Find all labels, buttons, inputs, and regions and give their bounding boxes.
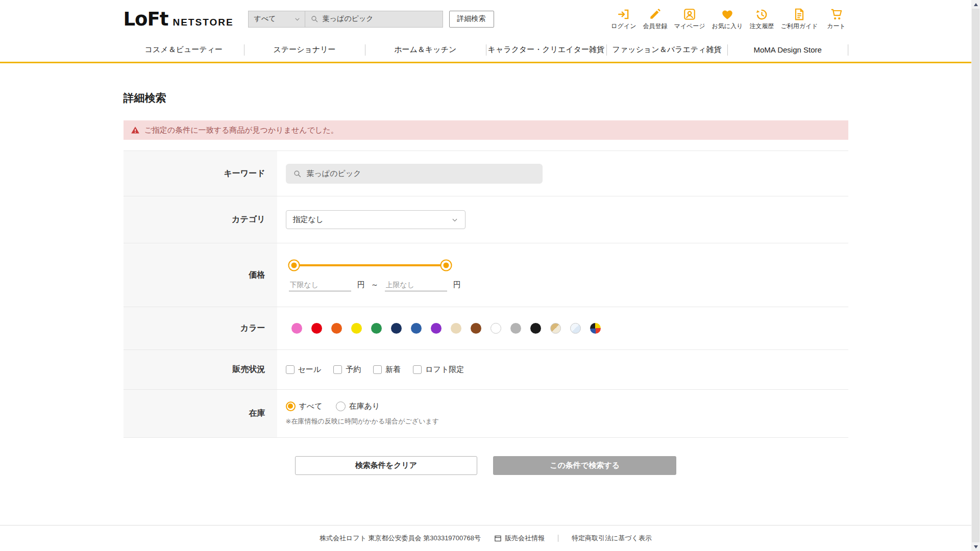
logo-loft-text: LoFt — [124, 8, 168, 30]
blue-color-swatch[interactable] — [411, 323, 422, 334]
guide-label: ご利用ガイド — [780, 22, 818, 31]
legal-notice-link[interactable]: 特定商取引法に基づく表示 — [572, 534, 652, 543]
chevron-down-icon — [451, 216, 458, 223]
stock-in-stock-radio[interactable]: 在庫あり — [336, 402, 380, 411]
company-info-link[interactable]: 販売会社情報 — [494, 534, 545, 543]
nav-item-home-kitchen[interactable]: ホーム＆キッチン — [365, 38, 486, 62]
category-nav: コスメ＆ビューティー ステーショナリー ホーム＆キッチン キャラクター・クリエイ… — [0, 38, 971, 63]
checkbox-box — [373, 365, 382, 374]
form-actions: 検索条件をクリア この条件で検索する — [124, 456, 848, 475]
guide-link[interactable]: ご利用ガイド — [780, 8, 818, 31]
scrollbar[interactable] — [971, 0, 980, 551]
page: LoFt NETSTORE すべて 詳細検索 ログイン — [0, 0, 971, 551]
mypage-label: マイページ — [674, 22, 705, 31]
advanced-search-button[interactable]: 詳細検索 — [449, 11, 494, 28]
reservation-checkbox[interactable]: 予約 — [333, 365, 361, 374]
heart-icon — [721, 8, 734, 21]
sale-checkbox[interactable]: セール — [286, 365, 322, 374]
triangle-up-icon — [974, 3, 978, 6]
page-title: 詳細検索 — [124, 91, 848, 105]
stock-in-stock-radio-label: 在庫あり — [349, 402, 380, 411]
search-icon — [310, 15, 318, 23]
company-registration-text: 株式会社ロフト 東京都公安委員会 第303319700768号 — [320, 534, 481, 543]
register-link[interactable]: 会員登録 — [643, 8, 667, 31]
stock-all-radio-label: すべて — [299, 402, 323, 411]
orange-color-swatch[interactable] — [331, 323, 342, 334]
order-history-link[interactable]: 注文履歴 — [749, 8, 774, 31]
scroll-up-arrow[interactable] — [971, 0, 980, 9]
stock-all-radio[interactable]: すべて — [286, 402, 323, 411]
new-arrival-checkbox[interactable]: 新着 — [373, 365, 401, 374]
category-select[interactable]: 指定なし — [286, 210, 465, 229]
site-header: LoFt NETSTORE すべて 詳細検索 ログイン — [0, 0, 971, 38]
loft-logo[interactable]: LoFt NETSTORE — [124, 8, 234, 30]
scrollbar-thumb[interactable] — [972, 9, 979, 542]
price-slider-min-handle[interactable] — [288, 259, 300, 271]
yellow-color-swatch[interactable] — [351, 323, 362, 334]
green-color-swatch[interactable] — [371, 323, 382, 334]
login-link[interactable]: ログイン — [611, 8, 636, 31]
price-row-label: 価格 — [124, 243, 277, 307]
price-range-slider[interactable] — [294, 259, 446, 271]
scroll-down-arrow[interactable] — [971, 542, 980, 551]
price-slider-max-handle[interactable] — [440, 259, 452, 271]
warning-icon — [131, 126, 140, 135]
loft-limited-checkbox-label: ロフト限定 — [425, 365, 464, 374]
color-swatches — [286, 323, 848, 334]
brown-color-swatch[interactable] — [471, 323, 481, 334]
navy-color-swatch[interactable] — [391, 323, 402, 334]
triangle-down-icon — [974, 545, 978, 548]
cart-icon — [830, 8, 843, 21]
multicolor-color-swatch[interactable] — [590, 323, 601, 334]
favorites-link[interactable]: お気に入り — [712, 8, 743, 31]
beige-color-swatch[interactable] — [451, 323, 461, 334]
sales-status-options: セール 予約 新着 ロ — [286, 365, 848, 374]
keyword-input[interactable] — [307, 169, 535, 178]
price-min-input[interactable] — [289, 279, 351, 291]
main-content: 詳細検索 ご指定の条件に一致する商品が見つかりませんでした。 キーワード — [0, 63, 971, 525]
black-color-swatch[interactable] — [530, 323, 541, 334]
search-scope-select[interactable]: すべて — [248, 11, 305, 28]
advanced-search-form: キーワード カテゴリ 指定なし — [124, 151, 848, 438]
radio-unselected — [336, 402, 346, 411]
red-color-swatch[interactable] — [311, 323, 322, 334]
price-unit-max: 円 — [453, 280, 461, 290]
checkbox-box — [413, 365, 422, 374]
sales-status-row-label: 販売状況 — [124, 350, 277, 389]
nav-item-cosme-beauty[interactable]: コスメ＆ビューティー — [124, 38, 244, 62]
nav-item-character-creator[interactable]: キャラクター・クリエイター雑貨 — [486, 38, 607, 62]
nav-item-fashion-variety[interactable]: ファッション＆バラエティ雑貨 — [606, 38, 727, 62]
clear-color-swatch[interactable] — [570, 323, 581, 334]
company-info-label: 販売会社情報 — [505, 534, 545, 543]
header-search-group: すべて 詳細検索 — [248, 11, 494, 28]
search-submit-button[interactable]: この条件で検索する — [493, 456, 676, 475]
mypage-link[interactable]: マイページ — [674, 8, 705, 31]
checkbox-box — [333, 365, 342, 374]
sales-status-row: 販売状況 セール 予約 — [124, 350, 848, 390]
login-icon — [617, 8, 630, 21]
gold-silver-color-swatch[interactable] — [550, 323, 561, 334]
white-color-swatch[interactable] — [491, 323, 501, 334]
category-row: カテゴリ 指定なし — [124, 196, 848, 243]
nav-item-stationery[interactable]: ステーショナリー — [244, 38, 365, 62]
color-row: カラー — [124, 307, 848, 350]
cart-link[interactable]: カート — [825, 8, 848, 31]
loft-limited-checkbox[interactable]: ロフト限定 — [413, 365, 464, 374]
header-search-box — [305, 11, 443, 28]
clear-conditions-button[interactable]: 検索条件をクリア — [295, 456, 477, 475]
keyword-search-box — [286, 164, 543, 184]
gray-color-swatch[interactable] — [510, 323, 521, 334]
search-scope-value: すべて — [254, 14, 276, 23]
nav-item-moma-design-store[interactable]: MoMA Design Store — [727, 38, 848, 62]
pink-color-swatch[interactable] — [291, 323, 302, 334]
logo-netstore-text: NETSTORE — [173, 17, 233, 28]
checkbox-box — [286, 365, 295, 374]
purple-color-swatch[interactable] — [431, 323, 442, 334]
sale-checkbox-label: セール — [298, 365, 322, 374]
search-icon — [293, 169, 302, 178]
header-quick-links: ログイン 会員登録 マイページ お気に入り 注文履歴 — [611, 8, 848, 31]
slider-track — [294, 264, 446, 266]
price-max-input[interactable] — [385, 279, 447, 291]
header-search-input[interactable] — [323, 15, 437, 23]
register-label: 会員登録 — [643, 22, 667, 31]
